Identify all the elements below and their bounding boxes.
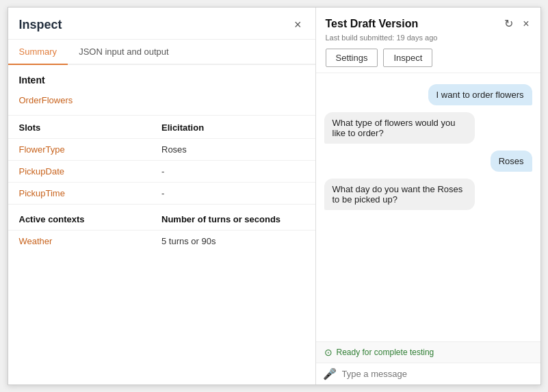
left-panel: Inspect × Summary JSON input and output … (8, 8, 316, 384)
inspect-button[interactable]: Inspect (383, 49, 432, 67)
input-row: 🎤 (316, 363, 540, 384)
chat-message-user-2: Roses (491, 151, 532, 172)
slot-row: FlowerType Roses (8, 138, 315, 160)
message-input[interactable] (342, 369, 534, 379)
right-panel-title: Test Draft Version (326, 18, 419, 30)
left-title: Inspect (19, 18, 62, 32)
slot-name-pickupdate: PickupDate (19, 166, 162, 177)
active-contexts-header: Active contexts (19, 214, 162, 224)
active-contexts-section: Active contexts Number of turns or secon… (8, 204, 315, 230)
slot-row: PickupDate - (8, 160, 315, 182)
right-header: Test Draft Version ↻ × Last build submit… (316, 8, 540, 73)
tab-json[interactable]: JSON input and output (68, 40, 180, 65)
right-header-icons: ↻ × (503, 16, 530, 31)
settings-button[interactable]: Settings (326, 49, 378, 67)
slots-table: Slots Elicitation FlowerType Roses Picku… (8, 115, 315, 204)
turns-header: Number of turns or seconds (161, 214, 304, 224)
slot-row: PickupTime - (8, 182, 315, 204)
mic-icon: 🎤 (323, 367, 337, 380)
slot-value-pickuptime: - (161, 188, 304, 198)
last-build-text: Last build submitted: 19 days ago (326, 34, 531, 42)
tab-summary[interactable]: Summary (8, 40, 68, 65)
slot-value-flowertype: Roses (161, 144, 304, 155)
slot-name-pickuptime: PickupTime (19, 188, 162, 198)
context-name-weather: Weather (19, 236, 162, 246)
slot-value-pickupdate: - (161, 166, 304, 177)
chat-message-bot-1: What type of flowers would you like to o… (324, 112, 475, 144)
context-value-weather: 5 turns or 90s (161, 236, 304, 246)
intent-section-header: Intent (8, 65, 315, 91)
status-check-icon: ⊙ (324, 347, 332, 358)
status-text: Ready for complete testing (337, 348, 434, 357)
chat-message-user-1: I want to order flowers (428, 84, 532, 105)
right-close-button[interactable]: × (521, 16, 530, 31)
right-title-row: Test Draft Version ↻ × (326, 16, 531, 31)
intent-value: OrderFlowers (8, 91, 315, 115)
right-toolbar: Settings Inspect (326, 49, 531, 67)
status-bar: ⊙ Ready for complete testing (316, 341, 540, 363)
elicitation-column-header: Elicitation (161, 122, 304, 133)
tabs-row: Summary JSON input and output (8, 40, 315, 65)
left-header: Inspect × (8, 8, 315, 40)
slot-name-flowertype: FlowerType (19, 144, 162, 155)
context-row: Weather 5 turns or 90s (8, 230, 315, 252)
left-close-button[interactable]: × (291, 17, 304, 32)
slots-table-header: Slots Elicitation (8, 116, 315, 138)
right-panel: Test Draft Version ↻ × Last build submit… (316, 8, 540, 384)
left-content: Intent OrderFlowers Slots Elicitation Fl… (8, 65, 315, 384)
chat-area: I want to order flowers What type of flo… (316, 73, 540, 341)
chat-message-bot-2: What day do you want the Roses to be pic… (324, 179, 475, 210)
slots-column-header: Slots (19, 122, 162, 133)
refresh-button[interactable]: ↻ (503, 16, 514, 31)
